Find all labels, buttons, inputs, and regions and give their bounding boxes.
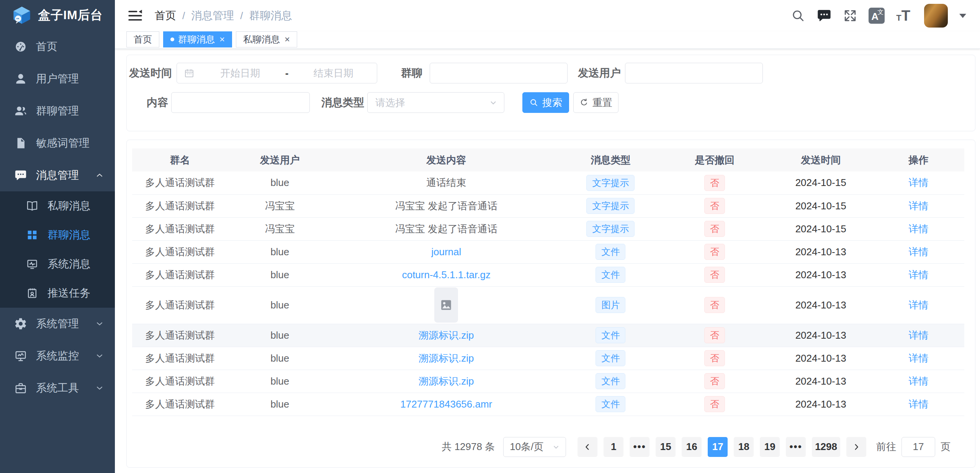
cell-recalled: 否 [661,194,769,217]
page-button-17[interactable]: 17 [708,437,728,457]
file-link[interactable]: 溯源标识.zip [419,375,474,387]
sidebar-item-system-tools[interactable]: 系统工具 [0,372,115,404]
cell-action: 详情 [873,370,964,393]
page-button-1[interactable]: 1 [604,437,623,457]
tab-close-icon[interactable]: × [285,35,290,44]
cell-recalled: 否 [661,217,769,240]
sidebar-item-group-mgmt[interactable]: 群聊管理 [0,95,115,127]
chevron-down-icon [95,351,105,361]
detail-link[interactable]: 详情 [908,177,928,188]
detail-link[interactable]: 详情 [908,299,928,311]
sender-input[interactable] [625,63,763,83]
cell-group: 多人通话测试群 [132,286,228,324]
jump-page-input[interactable] [901,437,935,457]
chevron-down-icon [489,98,498,107]
sidebar-item-label: 系统管理 [36,316,95,331]
search-button[interactable]: 搜索 [522,92,569,113]
detail-link[interactable]: 详情 [908,223,928,235]
type-tag: 文件 [596,373,625,389]
page-button-18[interactable]: 18 [734,437,754,457]
sidebar-item-group-messages[interactable]: 群聊消息 [0,220,115,250]
page-button-15[interactable]: 15 [656,437,676,457]
table-row: 多人通话测试群 blue 溯源标识.zip 文件 否 2024-10-13 详情 [132,370,964,393]
cell-content: 溯源标识.zip [332,370,561,393]
date-range-picker[interactable]: 开始日期 - 结束日期 [177,63,377,83]
detail-link[interactable]: 详情 [908,398,928,410]
tab-close-icon[interactable]: × [219,35,225,44]
search-icon[interactable] [791,9,805,23]
tab-私聊消息[interactable]: 私聊消息 × [236,31,297,47]
avatar[interactable] [924,4,948,28]
sidebar-item-system-messages[interactable]: 系统消息 [0,250,115,279]
detail-link[interactable]: 详情 [908,352,928,364]
breadcrumb-item[interactable]: 首页 [155,8,176,23]
type-tag: 文字提示 [586,221,635,237]
more-pages-button[interactable]: ••• [630,437,650,457]
breadcrumb-item: 群聊消息 [249,8,292,23]
cell-type: 文字提示 [561,194,661,217]
cell-time: 2024-10-13 [769,347,873,370]
page-button-19[interactable]: 19 [760,437,780,457]
detail-link[interactable]: 详情 [908,246,928,258]
type-tag: 文字提示 [586,198,635,214]
toolbox-icon [14,381,28,395]
cell-recalled: 否 [661,324,769,347]
tab-群聊消息[interactable]: 群聊消息 × [163,31,232,47]
sidebar-item-system-monitor[interactable]: 系统监控 [0,340,115,372]
table-row: 多人通话测试群 blue 溯源标识.zip 文件 否 2024-10-13 详情 [132,324,964,347]
reset-button[interactable]: 重置 [573,92,618,113]
cell-type: 文件 [561,347,661,370]
group-label: 群聊 [372,63,422,83]
table-row: 多人通话测试群 blue 溯源标识.zip 文件 否 2024-10-13 详情 [132,347,964,370]
table-header-cell: 操作 [873,148,964,171]
cell-action: 详情 [873,217,964,240]
breadcrumb-item[interactable]: 消息管理 [191,8,234,23]
next-page-button[interactable] [846,437,866,457]
file-link[interactable]: journal [431,246,461,258]
content-label: 内容 [129,92,168,113]
more-pages-button[interactable]: ••• [786,437,806,457]
sidebar-item-label: 系统工具 [36,381,95,395]
recalled-tag: 否 [704,198,725,214]
sidebar-item-push-tasks[interactable]: 推送任务 [0,279,115,308]
page-button-16[interactable]: 16 [682,437,702,457]
fullscreen-icon[interactable] [843,9,857,23]
table-header-cell: 是否撤回 [661,148,769,171]
grid-icon [25,228,39,242]
detail-link[interactable]: 详情 [908,329,928,341]
message-type-select[interactable]: 请选择 [367,92,504,113]
page-button-1298[interactable]: 1298 [812,437,840,457]
sidebar-item-private-messages[interactable]: 私聊消息 [0,191,115,220]
page-size-select[interactable]: 10条/页 [503,437,566,457]
group-input[interactable] [430,63,568,83]
tab-首页[interactable]: 首页 [126,31,159,47]
sidebar-item-home[interactable]: 首页 [0,31,115,63]
detail-link[interactable]: 详情 [908,375,928,387]
pagination: 共 12978 条 10条/页 1•••1516171819•••1298 前往… [132,437,951,457]
detail-link[interactable]: 详情 [908,200,928,212]
file-link[interactable]: 1727771843656.amr [400,398,492,410]
content-input[interactable] [171,92,310,113]
cell-content: journal [332,240,561,263]
message-notification-icon[interactable] [816,8,832,23]
cell-group: 多人通话测试群 [132,217,228,240]
sidebar-item-sensitive-words[interactable]: 敏感词管理 [0,127,115,159]
cell-sender: blue [228,171,332,194]
detail-link[interactable]: 详情 [908,269,928,281]
sidebar-collapse-icon[interactable] [128,8,142,23]
sidebar-item-message-mgmt[interactable]: 消息管理 [0,159,115,191]
caret-down-icon[interactable] [959,14,966,18]
image-thumbnail[interactable] [434,287,458,323]
font-size-icon[interactable]: TT [896,8,910,24]
prev-page-button[interactable] [578,437,597,457]
file-link[interactable]: 溯源标识.zip [419,352,474,364]
app-logo[interactable]: 盒子IM后台 [0,0,115,31]
filter-card: 发送时间 开始日期 - 结束日期 群聊 发送用户 内容 消息类型 [126,55,975,131]
select-placeholder: 请选择 [375,96,405,109]
file-link[interactable]: 溯源标识.zip [419,329,474,341]
translate-icon[interactable]: A 文 [869,8,885,24]
sidebar-item-system-mgmt[interactable]: 系统管理 [0,308,115,340]
file-link[interactable]: coturn-4.5.1.1.tar.gz [402,269,491,281]
table-header-cell: 发送时间 [769,148,873,171]
sidebar-item-user-mgmt[interactable]: 用户管理 [0,63,115,95]
